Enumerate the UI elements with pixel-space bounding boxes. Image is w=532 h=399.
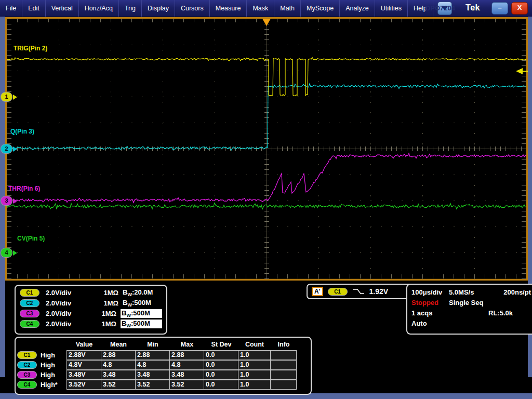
ch2-pill[interactable]: C2 bbox=[20, 299, 39, 307]
acq-count: 1 acqs bbox=[411, 309, 449, 317]
waveform-display: TRIG(Pin 2) Q(Pin 3) THR(Pin 6) CV(Pin 5… bbox=[5, 17, 528, 281]
channel-4-arrow-icon bbox=[13, 250, 17, 256]
trigger-level-marker[interactable] bbox=[516, 68, 523, 74]
titlebar: File Edit Vertical Horiz/Acq Trig Displa… bbox=[0, 0, 532, 17]
ch1-pill[interactable]: C1 bbox=[20, 289, 39, 297]
meas-cell bbox=[270, 350, 297, 360]
ch2-bandwidth[interactable]: BW:500M bbox=[123, 299, 162, 308]
menu-mask[interactable]: Mask bbox=[247, 0, 274, 17]
meas-cell: 1.0 bbox=[238, 350, 271, 360]
meas-row-label: C4High* bbox=[17, 380, 67, 390]
meas-cell: 0.0 bbox=[204, 370, 238, 380]
menu-horiz-acq[interactable]: Horiz/Acq bbox=[79, 0, 119, 17]
trigger-position-marker[interactable] bbox=[262, 19, 271, 26]
ch3-bandwidth[interactable]: BW:500M bbox=[121, 309, 162, 318]
ch1-label: TRIG(Pin 2) bbox=[14, 45, 47, 52]
ch4-pill[interactable]: C4 bbox=[20, 320, 39, 328]
menu-trig[interactable]: Trig bbox=[119, 0, 142, 17]
menu-measure[interactable]: Measure bbox=[210, 0, 247, 17]
falling-edge-icon bbox=[352, 288, 365, 295]
meas-cell: 0.0 bbox=[204, 350, 238, 360]
meas-cell: 0.0 bbox=[204, 380, 238, 390]
meas-ch3-pill: C3 bbox=[17, 371, 37, 379]
channel-1-arrow-icon bbox=[13, 95, 17, 100]
trigger-readout-panel: A' C1 1.92V bbox=[307, 284, 415, 299]
meas-row-label: C3High bbox=[17, 370, 67, 380]
meas-cell: 2.88 bbox=[135, 350, 170, 360]
meas-cell: 3.48 bbox=[135, 370, 170, 380]
acq-mode[interactable]: Single Seq bbox=[449, 299, 483, 307]
menu-vertical[interactable]: Vertical bbox=[46, 0, 79, 17]
meas-header-count: Count bbox=[238, 339, 271, 350]
ch1-scale[interactable]: 2.0V/div bbox=[46, 289, 71, 297]
ch1-impedance[interactable]: 1MΩ bbox=[104, 289, 118, 297]
meas-cell bbox=[270, 370, 297, 380]
ch3-label: THR(Pin 6) bbox=[8, 185, 40, 192]
trigger-level-tail bbox=[523, 71, 528, 72]
ch3-pill[interactable]: C3 bbox=[20, 310, 39, 317]
channel-2-marker[interactable]: 2 bbox=[1, 144, 12, 154]
ch4-scale[interactable]: 2.0V/div bbox=[46, 320, 71, 328]
meas-ch1-pill: C1 bbox=[17, 351, 37, 359]
channel-1-marker[interactable]: 1 bbox=[1, 92, 12, 102]
menu-cursors[interactable]: Cursors bbox=[175, 0, 210, 17]
meas-cell: 1.0 bbox=[238, 370, 271, 380]
menu-display[interactable]: Display bbox=[142, 0, 175, 17]
ch4-impedance[interactable]: 1MΩ bbox=[102, 320, 116, 328]
menu-file[interactable]: File bbox=[0, 0, 22, 17]
model-label: DPO7104 bbox=[425, 4, 455, 12]
meas-cell: 0.0 bbox=[204, 360, 238, 370]
menu-edit[interactable]: Edit bbox=[22, 0, 46, 17]
close-button[interactable]: X bbox=[511, 2, 528, 15]
ch2-impedance[interactable]: 1MΩ bbox=[104, 299, 118, 307]
meas-cell: 3.52 bbox=[169, 380, 204, 390]
meas-cell: 3.52 bbox=[135, 380, 170, 390]
meas-header-stdev: St Dev bbox=[204, 339, 238, 350]
meas-cell: 1.0 bbox=[238, 360, 271, 370]
menubar: File Edit Vertical Horiz/Acq Trig Displa… bbox=[0, 0, 452, 17]
measurement-table: Value Mean Min Max St Dev Count Info C1H… bbox=[15, 337, 312, 395]
trigger-level-readout[interactable]: 1.92V bbox=[369, 287, 389, 296]
minimize-button[interactable]: – bbox=[491, 2, 508, 15]
record-length[interactable]: RL:5.0k bbox=[488, 309, 513, 317]
horizontal-acq-panel: 100μs/div 5.0MS/s 200ns/pt Stopped Singl… bbox=[406, 284, 532, 335]
meas-cell: 4.8 bbox=[135, 360, 170, 370]
meas-cell: 3.48 bbox=[169, 370, 204, 380]
meas-cell bbox=[270, 380, 297, 390]
trigger-mode[interactable]: Auto bbox=[411, 320, 427, 327]
meas-cell: 3.48V bbox=[66, 370, 101, 380]
meas-cell: 1.0 bbox=[238, 380, 271, 390]
trigger-channel-pill[interactable]: C1 bbox=[328, 288, 348, 296]
ch4-bandwidth[interactable]: BW:500M bbox=[121, 320, 162, 328]
channel-4-marker[interactable]: 4 bbox=[1, 248, 12, 258]
ch3-readout: C3 2.0V/div 1MΩ BW:500M bbox=[20, 308, 162, 318]
ch3-scale[interactable]: 2.0V/div bbox=[46, 310, 71, 317]
menu-math[interactable]: Math bbox=[274, 0, 301, 17]
trace-CH4-CV bbox=[7, 203, 526, 209]
ch4-readout: C4 2.0V/div 1MΩ BW:500M bbox=[20, 318, 162, 329]
meas-ch4-pill: C4 bbox=[17, 381, 37, 389]
meas-cell: 4.8V bbox=[66, 360, 101, 370]
meas-header-max: Max bbox=[170, 339, 204, 350]
channel-3-arrow-icon bbox=[13, 198, 17, 204]
meas-cell: 2.88V bbox=[66, 350, 101, 360]
channel-3-marker[interactable]: 3 bbox=[1, 196, 12, 206]
resolution: 200ns/pt bbox=[503, 288, 531, 296]
meas-ch2-pill: C2 bbox=[17, 361, 37, 369]
ch1-bandwidth[interactable]: BW:20.0M bbox=[123, 288, 162, 297]
horizontal-scale[interactable]: 100μs/div bbox=[411, 288, 449, 296]
ch1-readout: C1 2.0V/div 1MΩ BW:20.0M bbox=[20, 287, 162, 298]
trigger-source-badge[interactable]: A' bbox=[312, 287, 323, 296]
ch2-scale[interactable]: 2.0V/div bbox=[46, 299, 71, 307]
ch2-label: Q(Pin 3) bbox=[10, 128, 34, 135]
meas-row-label: C2High bbox=[17, 360, 67, 370]
menu-utilities[interactable]: Utilities bbox=[375, 0, 408, 17]
menu-myscope[interactable]: MyScope bbox=[301, 0, 340, 17]
meas-cell bbox=[270, 360, 297, 370]
ch2-readout: C2 2.0V/div 1MΩ BW:500M bbox=[20, 298, 162, 308]
menu-analyze[interactable]: Analyze bbox=[340, 0, 375, 17]
meas-header-value: Value bbox=[67, 339, 101, 350]
meas-cell: 4.8 bbox=[169, 360, 204, 370]
ch3-impedance[interactable]: 1MΩ bbox=[102, 310, 116, 317]
meas-cell: 4.8 bbox=[101, 360, 136, 370]
